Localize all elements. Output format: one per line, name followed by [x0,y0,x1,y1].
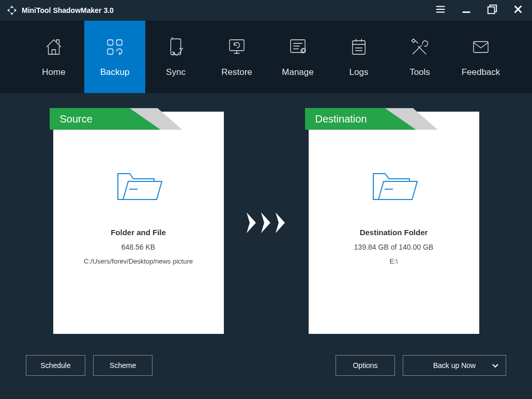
backup-icon [104,36,126,58]
destination-title: Destination Folder [360,228,428,237]
destination-size: 139.84 GB of 140.00 GB [354,243,433,251]
sync-icon [165,36,187,58]
nav-feedback[interactable]: Feedback [450,21,511,93]
minimize-icon[interactable] [459,2,474,19]
folder-icon [368,166,420,207]
nav-manage[interactable]: Manage [267,21,328,93]
svg-rect-3 [117,40,123,45]
close-icon[interactable] [510,2,526,19]
source-title: Folder and File [111,228,166,237]
window-controls [433,2,526,19]
backup-now-button[interactable]: Back up Now [403,355,506,376]
feedback-icon [470,36,492,58]
restore-icon [226,36,248,58]
source-content: Folder and File 648.56 KB C:/Users/forev… [53,112,224,265]
nav-label: Feedback [462,67,500,78]
nav-label: Backup [100,67,130,78]
nav-logs[interactable]: Logs [328,21,389,93]
nav-label: Sync [166,67,186,78]
svg-rect-1 [488,7,495,13]
manage-icon [287,36,309,58]
options-button[interactable]: Options [336,355,395,376]
nav-tools[interactable]: Tools [389,21,450,93]
scheme-button[interactable]: Scheme [93,355,153,376]
nav-label: Manage [282,67,313,78]
schedule-button[interactable]: Schedule [26,355,85,376]
nav-restore[interactable]: Restore [206,21,267,93]
svg-rect-4 [108,49,113,55]
svg-rect-8 [353,41,366,54]
chevron-down-icon [492,364,498,368]
logs-icon [348,36,370,58]
arrow-icon [245,212,288,233]
nav-sync[interactable]: Sync [145,21,206,93]
tools-icon [409,36,431,58]
app-logo: MiniTool ShadowMaker 3.0 [6,5,114,16]
nav-backup[interactable]: Backup [84,21,145,93]
menu-icon[interactable] [433,2,448,19]
folder-icon [113,166,164,207]
nav-home[interactable]: Home [23,21,84,93]
nav-label: Logs [349,67,369,78]
main-area: Source Folder and File 648.56 KB C:/User… [0,93,532,352]
source-panel[interactable]: Source Folder and File 648.56 KB C:/User… [53,112,224,334]
footer-bar: Schedule Scheme Options Back up Now [0,352,532,399]
nav-label: Restore [221,67,252,78]
destination-panel[interactable]: Destination Destination Folder 139.84 GB… [309,112,479,334]
titlebar: MiniTool ShadowMaker 3.0 [0,0,532,21]
home-icon [43,36,65,58]
svg-rect-9 [474,42,488,53]
app-title: MiniTool ShadowMaker 3.0 [22,6,114,14]
destination-path: E:\ [390,257,398,265]
app-logo-icon [6,5,18,16]
main-nav: Home Backup Sync Restore Manage Logs Too… [0,21,532,93]
svg-rect-2 [108,40,113,45]
source-path: C:/Users/forev/Desktop/news picture [84,257,193,265]
nav-label: Home [42,67,65,78]
nav-label: Tools [409,67,430,78]
maximize-icon[interactable] [484,2,500,19]
source-size: 648.56 KB [121,243,155,251]
destination-content: Destination Folder 139.84 GB of 140.00 G… [309,112,479,265]
